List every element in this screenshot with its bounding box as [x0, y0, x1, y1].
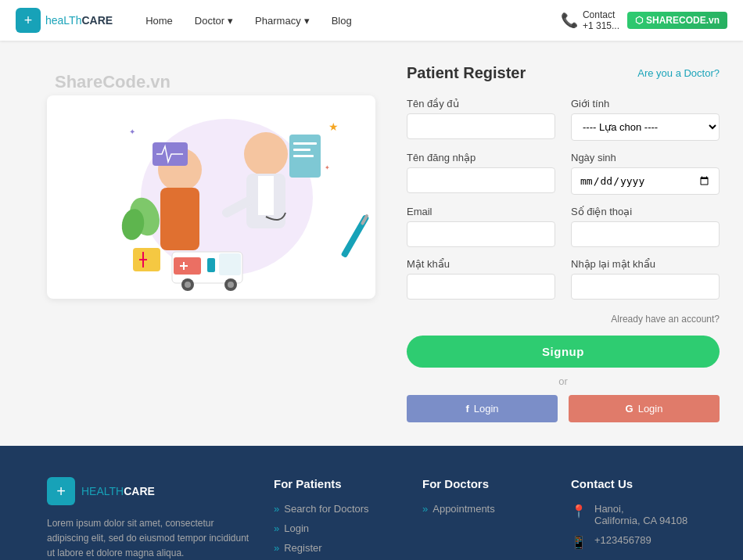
- username-group: Tên đăng nhập: [407, 152, 555, 195]
- contact-phone: 📱 +123456789: [571, 534, 696, 550]
- email-label: Email: [407, 206, 555, 217]
- brand-health: heaLTh: [45, 14, 81, 27]
- nav-home[interactable]: Home: [136, 10, 182, 31]
- google-icon: G: [626, 403, 634, 415]
- watermark: ShareCode.vn: [55, 72, 170, 92]
- phone-contact-icon: 📱: [571, 535, 587, 550]
- footer-contact-col: Contact Us 📍 Hanoi,California, CA 94108 …: [571, 477, 696, 560]
- brand-logo[interactable]: + heaLThCARE: [16, 8, 113, 33]
- patients-links: Search for Doctors Login Register: [274, 503, 399, 554]
- illustration-box: ★ ✦ ✦: [47, 95, 375, 299]
- illustration-svg: ★ ✦ ✦: [47, 95, 375, 299]
- register-header: Patient Register Are you a Doctor?: [407, 64, 720, 82]
- facebook-icon: f: [465, 403, 468, 415]
- phone-group: Số điện thoại: [571, 206, 720, 247]
- patients-login-item[interactable]: Login: [274, 522, 399, 534]
- footer: + HEALTHCARE Lorem ipsum dolor sit amet,…: [0, 446, 743, 560]
- gender-select[interactable]: ---- Lựa chon ---- Nam Nữ Khác: [571, 113, 720, 141]
- brand-icon: +: [16, 8, 41, 33]
- gender-label: Giới tính: [571, 98, 720, 109]
- nav-doctor[interactable]: Doctor ▾: [185, 10, 242, 31]
- location-icon: 📍: [571, 504, 587, 519]
- navbar: + heaLThCARE Home Doctor ▾ Pharmacy ▾ Bl…: [0, 0, 743, 41]
- confirm-password-input[interactable]: [571, 274, 720, 300]
- dob-input[interactable]: [571, 167, 720, 195]
- contact-address: 📍 Hanoi,California, CA 94108: [571, 503, 696, 526]
- svg-text:★: ★: [328, 120, 339, 133]
- email-group: Email: [407, 206, 555, 247]
- email-input[interactable]: [407, 221, 555, 247]
- footer-description: Lorem ipsum dolor sit amet, consectetur …: [47, 516, 250, 560]
- brand-text: heaLThCARE: [45, 14, 113, 27]
- password-label: Mật khẩu: [407, 258, 555, 270]
- nav-links: Home Doctor ▾ Pharmacy ▾ Blog: [136, 10, 561, 31]
- phone-input[interactable]: [571, 221, 720, 247]
- username-label: Tên đăng nhập: [407, 152, 555, 163]
- doctor-link[interactable]: Are you a Doctor?: [637, 67, 720, 79]
- main-content: ShareCode.vn: [0, 41, 743, 446]
- patients-register-item[interactable]: Register: [274, 542, 399, 554]
- doctors-col-title: For Doctors: [422, 477, 547, 490]
- doctors-appointments-item[interactable]: Appointments: [422, 503, 547, 515]
- footer-brand-text: HEALTHCARE: [81, 485, 155, 497]
- footer-care: CARE: [124, 485, 155, 497]
- chevron-down-icon: ▾: [304, 15, 310, 27]
- doctors-links: Appointments: [422, 503, 547, 515]
- footer-brand-icon: +: [47, 477, 75, 505]
- confirm-password-label: Nhập lại mật khẩu: [571, 258, 720, 270]
- footer-grid: + HEALTHCARE Lorem ipsum dolor sit amet,…: [47, 477, 696, 560]
- svg-point-18: [228, 282, 234, 288]
- footer-doctors-col: For Doctors Appointments: [422, 477, 547, 560]
- footer-health: HEALTH: [81, 485, 124, 497]
- full-name-group: Tên đầy đủ: [407, 98, 555, 141]
- password-group: Mật khẩu: [407, 258, 555, 300]
- footer-brand-col: + HEALTHCARE Lorem ipsum dolor sit amet,…: [47, 477, 250, 560]
- brand-care: CARE: [81, 14, 113, 27]
- confirm-password-group: Nhập lại mật khẩu: [571, 258, 720, 300]
- svg-rect-14: [207, 258, 215, 272]
- svg-text:✦: ✦: [325, 164, 330, 171]
- phone-label: Số điện thoại: [571, 206, 720, 217]
- footer-patients-col: For Patients Search for Doctors Login Re…: [274, 477, 399, 560]
- svg-text:✦: ✦: [129, 127, 135, 136]
- svg-rect-10: [293, 155, 314, 157]
- contact-col-title: Contact Us: [571, 477, 696, 490]
- svg-point-1: [244, 132, 288, 176]
- patients-col-title: For Patients: [274, 477, 399, 490]
- facebook-login-button[interactable]: f Login: [407, 395, 558, 422]
- svg-point-17: [185, 282, 191, 288]
- nav-blog[interactable]: Blog: [322, 10, 361, 31]
- patients-link-item[interactable]: Search for Doctors: [274, 503, 399, 515]
- nav-pharmacy[interactable]: Pharmacy ▾: [246, 10, 319, 31]
- username-input[interactable]: [407, 167, 555, 193]
- contact-box: 📞 Contact +1 315...: [561, 9, 619, 31]
- dob-group: Ngày sinh: [571, 152, 720, 195]
- footer-logo: + HEALTHCARE: [47, 477, 250, 505]
- contact-number: +1 315...: [583, 20, 619, 31]
- chevron-down-icon: ▾: [228, 15, 233, 27]
- address-text: Hanoi,California, CA 94108: [594, 503, 687, 526]
- svg-rect-9: [293, 149, 310, 151]
- gender-group: Giới tính ---- Lựa chon ---- Nam Nữ Khác: [571, 98, 720, 141]
- register-title: Patient Register: [407, 64, 526, 82]
- svg-rect-5: [160, 188, 199, 250]
- social-login: f Login G Login: [407, 395, 720, 422]
- sharecode-badge: ⬡ SHARECODE.vn: [627, 12, 727, 29]
- signup-button[interactable]: Signup: [407, 336, 720, 368]
- phone-icon: 📞: [561, 12, 578, 29]
- illustration-panel: ShareCode.vn: [47, 64, 375, 299]
- registration-form: Tên đầy đủ Giới tính ---- Lựa chon ---- …: [407, 98, 720, 325]
- contact-label: Contact: [583, 9, 619, 20]
- phone-text: +123456789: [594, 534, 651, 546]
- full-name-label: Tên đầy đủ: [407, 98, 555, 109]
- svg-rect-8: [293, 142, 317, 145]
- sharecode-icon: ⬡: [635, 15, 643, 26]
- google-login-button[interactable]: G Login: [569, 395, 720, 422]
- full-name-input[interactable]: [407, 113, 555, 139]
- svg-rect-3: [258, 176, 274, 215]
- already-account: Already have an account?: [407, 314, 720, 325]
- or-divider: or: [407, 375, 720, 387]
- password-input[interactable]: [407, 274, 555, 300]
- sharecode-text: SHARECODE.vn: [646, 15, 720, 26]
- register-panel: Patient Register Are you a Doctor? Tên đ…: [407, 64, 720, 422]
